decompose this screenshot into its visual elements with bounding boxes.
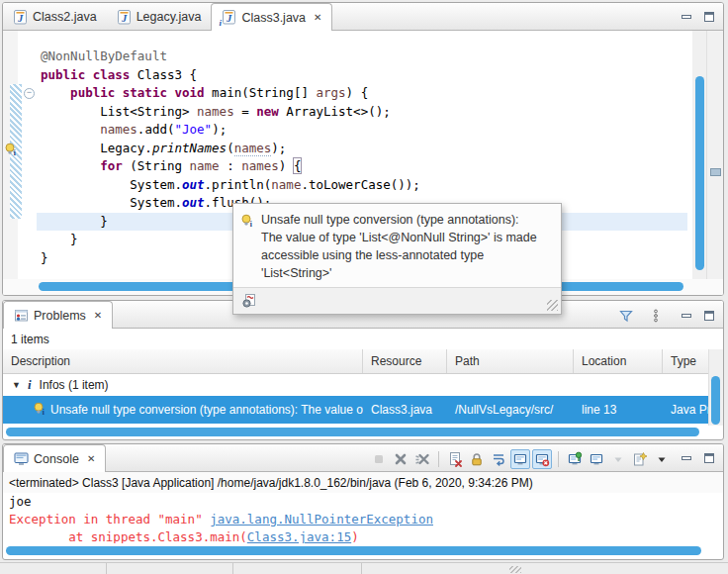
- code-token: [41, 122, 100, 137]
- code-token: ArrayList<>();: [279, 104, 391, 119]
- code-token: }: [41, 214, 108, 229]
- editor-tab-legacy-java[interactable]: JLegacy.java: [107, 3, 212, 31]
- maximize-icon[interactable]: [702, 309, 716, 323]
- svg-text:J: J: [121, 12, 128, 23]
- code-token: Class3 {: [130, 67, 197, 82]
- show-stderr-icon[interactable]: [532, 449, 552, 469]
- tooltip-toolbar: [233, 287, 561, 314]
- info-marker-icon[interactable]: i: [4, 142, 17, 154]
- code-line[interactable]: public static void main(String[] args) {: [37, 84, 687, 103]
- overview-info-marker[interactable]: [710, 168, 721, 176]
- view-menu-icon[interactable]: [648, 308, 664, 324]
- configure-annotation-preferences-icon[interactable]: [241, 293, 257, 313]
- java-file-icon: J: [117, 10, 132, 25]
- editor-tab-bar: JClass2.javaJLegacy.javaJiClass3.java✕: [3, 3, 723, 31]
- column-header-type[interactable]: Type: [663, 349, 709, 373]
- column-header-resource[interactable]: Resource: [363, 349, 447, 373]
- java-file-icon: Ji: [222, 10, 236, 25]
- problems-group-row[interactable]: ▼ i Infos (1 item): [3, 374, 709, 396]
- code-token: Legacy.: [41, 141, 152, 155]
- console-text: ): [351, 529, 359, 543]
- problem-location: line 13: [574, 396, 663, 424]
- console-output[interactable]: joeException in thread "main" java.lang.…: [3, 493, 707, 543]
- tab-problems[interactable]: Problems ✕: [3, 301, 113, 329]
- maximize-icon[interactable]: [702, 451, 716, 465]
- vscroll-thumb[interactable]: [695, 76, 704, 270]
- code-token: .println(: [205, 177, 272, 192]
- info-decorator-icon: i: [219, 18, 222, 28]
- code-token: out: [182, 177, 205, 192]
- code-token: =: [234, 104, 257, 119]
- problem-hover-tooltip: i Unsafe null type conversion (type anno…: [232, 203, 562, 315]
- column-header-description[interactable]: Description: [3, 349, 363, 373]
- code-token: }: [41, 232, 78, 246]
- maximize-icon[interactable]: [702, 10, 716, 24]
- scroll-lock-icon[interactable]: [467, 449, 487, 469]
- toolbar-separator: [438, 451, 439, 467]
- problems-icon: [14, 308, 29, 323]
- tab-console[interactable]: Console ✕: [3, 444, 106, 472]
- code-line[interactable]: public class Class3 {: [37, 66, 687, 85]
- clear-console-icon[interactable]: [445, 449, 465, 469]
- code-token: names: [100, 122, 137, 137]
- code-line[interactable]: names.add("Joe");: [37, 121, 687, 140]
- code-token: ): [279, 158, 294, 173]
- fold-collapse-icon[interactable]: −: [24, 88, 35, 99]
- expand-arrow-icon[interactable]: ▼: [12, 380, 21, 390]
- code-token: {: [294, 158, 302, 173]
- pin-console-icon[interactable]: [565, 449, 585, 469]
- column-header-location[interactable]: Location: [574, 349, 663, 373]
- statusbar-grip[interactable]: [509, 566, 521, 573]
- hscroll-thumb[interactable]: [6, 546, 701, 555]
- hscroll-thumb[interactable]: [6, 428, 699, 436]
- editor-tab-class3-java[interactable]: JiClass3.java✕: [211, 3, 332, 31]
- svg-text:J: J: [226, 13, 232, 24]
- problem-row[interactable]: iUnsafe null type conversion (type annot…: [3, 396, 709, 424]
- editor-vscrollbar[interactable]: [692, 31, 707, 279]
- show-stdout-icon[interactable]: [510, 449, 530, 469]
- close-icon[interactable]: ✕: [314, 12, 321, 23]
- close-icon[interactable]: ✕: [94, 310, 102, 321]
- code-line[interactable]: List<String> names = new ArrayList<>();: [37, 103, 687, 122]
- code-token: [41, 85, 70, 100]
- minimize-icon[interactable]: [680, 451, 693, 465]
- open-console-icon[interactable]: [630, 449, 650, 469]
- group-label: Infos (1 item): [40, 378, 109, 392]
- minimize-icon[interactable]: [680, 10, 693, 24]
- java-file-icon: J: [13, 10, 28, 25]
- code-line[interactable]: Legacy.printNames(names);: [37, 140, 687, 158]
- display-selected-console-icon[interactable]: [587, 449, 606, 469]
- code-token: new: [256, 104, 279, 119]
- console-icon: [14, 451, 29, 466]
- code-token: );: [271, 141, 286, 155]
- console-text: joe: [9, 494, 32, 509]
- code-line[interactable]: System.out.println(name.toLowerCase());: [37, 176, 687, 195]
- word-wrap-icon[interactable]: [489, 449, 508, 469]
- problems-vscrollbar[interactable]: [708, 349, 723, 426]
- filter-icon[interactable]: [618, 308, 634, 324]
- description-text: Unsafe null type conversion (type annota…: [50, 403, 363, 417]
- editor-tab-class2-java[interactable]: JClass2.java: [3, 3, 107, 31]
- code-token: names: [197, 104, 234, 119]
- tab-label: Class3.java: [241, 11, 306, 25]
- close-icon[interactable]: ✕: [87, 453, 95, 464]
- code-token: }: [41, 250, 48, 265]
- problems-header-row: DescriptionResourcePathLocationType: [3, 349, 709, 374]
- console-hscrollbar[interactable]: [3, 545, 707, 557]
- tab-label: Console: [34, 452, 79, 466]
- remove-launch-icon[interactable]: [391, 449, 410, 469]
- code-token: args: [316, 85, 345, 100]
- problems-hscrollbar[interactable]: [3, 426, 707, 439]
- stacktrace-link[interactable]: java.lang.NullPointerException: [210, 512, 433, 526]
- stacktrace-link[interactable]: Class3.java:15: [247, 529, 351, 543]
- open-console-dropdown-icon[interactable]: [652, 449, 672, 469]
- code-line[interactable]: for (String name : names) {: [37, 157, 687, 176]
- vscroll-thumb[interactable]: [711, 376, 720, 425]
- resize-grip-icon[interactable]: [547, 300, 558, 311]
- remove-all-terminated-icon[interactable]: [412, 449, 432, 469]
- minimize-icon[interactable]: [680, 309, 693, 323]
- code-line[interactable]: @NonNullByDefault: [37, 48, 687, 66]
- svg-text:i: i: [43, 408, 45, 415]
- code-token: public class: [41, 67, 130, 82]
- column-header-path[interactable]: Path: [447, 349, 574, 373]
